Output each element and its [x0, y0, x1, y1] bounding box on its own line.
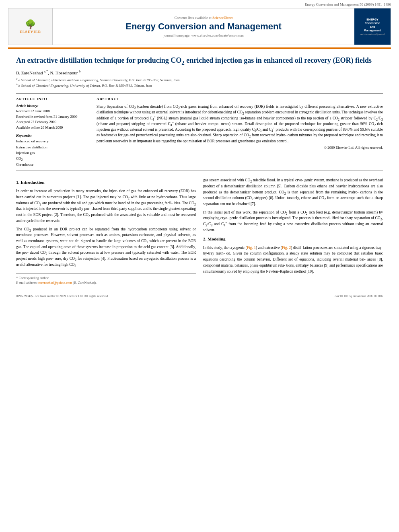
- elsevier-logo-block: 🌳 ELSEVIER: [8, 8, 53, 45]
- section1-heading: 1. Introduction: [16, 179, 196, 186]
- journal-masthead: 🌳 ELSEVIER Contents lists available at S…: [8, 8, 391, 45]
- affiliations: a a School of Chemical, Petroleum and Ga…: [16, 78, 383, 88]
- body-right-para-3: In this study, the cryogenic (Fig. 1) an…: [203, 245, 383, 275]
- abstract-text: Sharp Separation of CO2 (carbon dioxide)…: [97, 104, 383, 144]
- body-col-right: gas stream associated with CO2 miscible …: [203, 177, 383, 286]
- intro-para-2: The CO2 produced in an EOR project can b…: [16, 226, 196, 268]
- footnote-area: * Corresponding author. E-mail address: …: [16, 273, 196, 286]
- cover-subtitle: an international journal: [360, 33, 385, 35]
- body-right-para-1: gas stream associated with CO2 miscible …: [203, 177, 383, 207]
- keyword-4: CO2: [16, 156, 88, 161]
- authors-line: B. ZareNezhad a,*, N. Hosseinpour b: [16, 70, 383, 75]
- journal-title-block: Contents lists available at ScienceDirec…: [53, 8, 354, 45]
- sciencedirect-line: Contents lists available at ScienceDirec…: [175, 16, 233, 20]
- issn-line: 0196-8904/$ - see front matter © 2009 El…: [16, 294, 109, 298]
- page-footer: 0196-8904/$ - see front matter © 2009 El…: [16, 293, 383, 298]
- journal-title-main: Energy Conversion and Management: [125, 21, 282, 32]
- email-label: E-mail address:: [16, 281, 37, 285]
- divider-line: [16, 93, 383, 94]
- intro-para-1: In order to increase oil production in m…: [16, 188, 196, 224]
- elsevier-wordmark: ELSEVIER: [20, 30, 41, 34]
- keyword-5: Greenhouse: [16, 162, 88, 167]
- sciencedirect-link: ScienceDirect: [212, 16, 232, 20]
- email-suffix: (B. ZareNezhad).: [73, 281, 97, 285]
- keyword-1: Enhanced oil recovery: [16, 138, 88, 144]
- body-divider: [16, 170, 383, 171]
- info-abstract-section: ARTICLE INFO Article history: Received 2…: [16, 97, 383, 167]
- history-heading: Article history:: [16, 104, 88, 108]
- keyword-3: Injection gas: [16, 150, 88, 156]
- journal-reference: Energy Conversion and Management 50 (200…: [305, 2, 391, 6]
- body-col-left: 1. Introduction In order to increase oil…: [16, 177, 196, 286]
- tree-icon: 🌳: [25, 19, 36, 30]
- keyword-2: Extractive distillation: [16, 144, 88, 150]
- footnote-email-line: E-mail address: zarenezhad@yahoo.com (B.…: [16, 280, 196, 286]
- copyright-line: © 2009 Elsevier Ltd. All rights reserved…: [97, 146, 383, 150]
- article-title: An extractive distillation technique for…: [16, 55, 383, 66]
- keywords-section: Keywords: Enhanced oil recovery Extracti…: [16, 134, 88, 167]
- revised-date: Received in revised form 31 January 2009: [16, 114, 88, 120]
- article-info-label: ARTICLE INFO: [16, 97, 88, 102]
- body-section: 1. Introduction In order to increase oil…: [16, 177, 383, 286]
- cover-title: ENERGYConversionandManagement: [364, 18, 381, 32]
- article-history: Article history: Received 22 June 2008 R…: [16, 104, 88, 130]
- article-info-column: ARTICLE INFO Article history: Received 2…: [16, 97, 88, 167]
- doi-line: doi:10.1016/j.enconman.2009.02.016: [335, 294, 383, 298]
- section2-heading: 2. Modeling: [203, 236, 383, 242]
- received-date: Received 22 June 2008: [16, 109, 88, 114]
- abstract-label: ABSTRACT: [97, 97, 383, 102]
- online-date: Available online 26 March 2009: [16, 125, 88, 131]
- fig1-link[interactable]: Fig. 1: [247, 246, 256, 250]
- body-right-para-2: In the initial part of this work, the se…: [203, 210, 383, 233]
- article-content: An extractive distillation technique for…: [0, 49, 399, 290]
- keywords-heading: Keywords:: [16, 134, 88, 138]
- contents-text: Contents lists available at: [175, 16, 212, 20]
- abstract-column: ABSTRACT Sharp Separation of CO2 (carbon…: [97, 97, 383, 167]
- journal-header: Energy Conversion and Management 50 (200…: [0, 0, 399, 6]
- email-address: zarenezhad@yahoo.com: [38, 281, 72, 285]
- fig2-link[interactable]: Fig. 2: [282, 246, 291, 250]
- journal-homepage-url: journal homepage: www.elsevier.com/locat…: [163, 33, 243, 37]
- journal-cover-thumbnail: ENERGYConversionandManagement an interna…: [354, 8, 391, 45]
- accepted-date: Accepted 27 February 2009: [16, 119, 88, 125]
- footnote-corresponding: * Corresponding author.: [16, 275, 196, 281]
